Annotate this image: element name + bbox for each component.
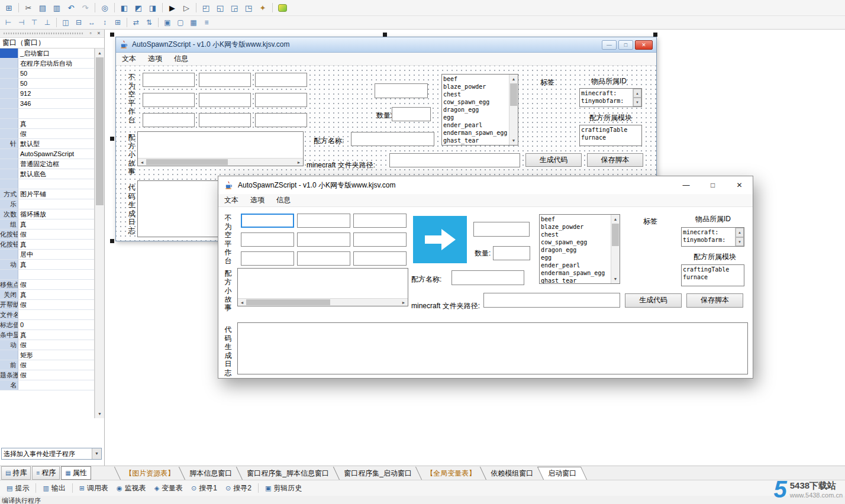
- scroll-down-icon[interactable]: ▼: [611, 274, 620, 283]
- grid-toggle-icon[interactable]: ▦: [188, 18, 199, 28]
- maximize-button[interactable]: □: [699, 176, 726, 194]
- property-value[interactable]: 默认底色: [18, 169, 94, 179]
- property-row[interactable]: 题条激活假: [0, 370, 94, 380]
- scroll-right-icon[interactable]: ►: [295, 159, 303, 166]
- event-handler-combo[interactable]: 选择加入事件处理子程序 ▼: [1, 448, 102, 460]
- list-item[interactable]: egg: [541, 254, 609, 261]
- same-height-icon[interactable]: ↕: [99, 18, 111, 28]
- property-value[interactable]: 假: [18, 280, 94, 289]
- redo-icon[interactable]: ↷: [79, 2, 92, 14]
- property-row[interactable]: 乐: [0, 199, 94, 209]
- window-restore-icon[interactable]: ◰: [199, 2, 212, 14]
- bottom-tool-1[interactable]: ▤提示: [2, 483, 33, 493]
- spinner[interactable]: ▲▼: [633, 89, 641, 106]
- scrollbar-track[interactable]: [246, 299, 399, 306]
- list-item[interactable]: egg: [443, 114, 508, 121]
- menu-item-3[interactable]: 信息: [168, 53, 194, 65]
- property-row[interactable]: 在程序启动后自动: [0, 59, 94, 69]
- spinner[interactable]: ▲▼: [735, 228, 744, 246]
- craft-cell-6[interactable]: [255, 93, 307, 107]
- panel-tab-1[interactable]: ▤持库: [1, 466, 31, 480]
- window-front-icon[interactable]: ◳: [242, 2, 255, 14]
- craft-cell-4[interactable]: [143, 93, 195, 107]
- bottom-tool-2[interactable]: ▥输出: [38, 483, 69, 493]
- same-size-icon[interactable]: ⊞: [112, 18, 124, 28]
- minimize-button[interactable]: —: [673, 176, 699, 194]
- list-item[interactable]: dragon_egg: [443, 106, 508, 114]
- save-script-button[interactable]: 保存脚本: [686, 293, 743, 308]
- module-listbox[interactable]: craftingTablefurnace: [681, 264, 744, 286]
- list-item[interactable]: cow_spawn_egg: [443, 98, 508, 106]
- craft-cell-7[interactable]: [241, 251, 294, 266]
- new-window-icon[interactable]: ⊞: [2, 2, 15, 14]
- scrollbar-track[interactable]: [611, 224, 620, 274]
- property-value[interactable]: 346: [18, 99, 94, 108]
- scroll-up-icon[interactable]: ▲: [611, 215, 620, 224]
- craft-cell-1[interactable]: [143, 73, 195, 87]
- story-textarea[interactable]: ◄►: [137, 131, 304, 166]
- property-value[interactable]: 居中: [18, 250, 94, 259]
- result-item-field[interactable]: [375, 83, 428, 98]
- property-value[interactable]: 循环播放: [18, 209, 94, 219]
- list-item[interactable]: furnace: [581, 134, 640, 141]
- list-item[interactable]: beef: [443, 75, 508, 83]
- menu-item-1[interactable]: 文本: [116, 53, 142, 65]
- craft-cell-2[interactable]: [199, 73, 251, 87]
- list-item[interactable]: ghast_tear: [541, 277, 609, 283]
- app-titlebar[interactable]: AutoSpawnZScript - v1.0 小K网专版www.kjsv.co…: [218, 176, 753, 194]
- property-row[interactable]: 关闭真: [0, 290, 94, 300]
- layout-right-icon[interactable]: ◨: [146, 2, 159, 14]
- craft-cell-7[interactable]: [143, 113, 195, 127]
- scrollbar-track[interactable]: [509, 83, 518, 136]
- generate-code-button[interactable]: 生成代码: [525, 153, 582, 167]
- property-value[interactable]: [18, 179, 94, 189]
- craft-cell-4[interactable]: [241, 232, 294, 247]
- property-value[interactable]: 矩形: [18, 350, 94, 360]
- property-value[interactable]: 假: [18, 300, 94, 309]
- property-row[interactable]: 化按钮真: [0, 240, 94, 250]
- bottom-tool-8[interactable]: ▣剪辑历史: [261, 483, 306, 493]
- panel-caption[interactable]: ▫ ×: [0, 30, 104, 38]
- menu-item-3[interactable]: 信息: [270, 194, 296, 206]
- property-row[interactable]: 普通固定边框: [0, 159, 94, 169]
- designer-titlebar[interactable]: AutoSpawnZScript - v1.0 小K网专版www.kjsv.co…: [116, 37, 656, 53]
- property-value[interactable]: 默认型: [18, 139, 94, 148]
- property-row[interactable]: 动真: [0, 260, 94, 270]
- property-value[interactable]: 50: [18, 79, 94, 88]
- horizontal-scrollbar[interactable]: ◄►: [138, 158, 303, 166]
- scroll-right-icon[interactable]: ►: [399, 299, 408, 306]
- paste-icon[interactable]: ▥: [50, 2, 63, 14]
- property-row[interactable]: 名: [0, 380, 94, 390]
- copy-icon[interactable]: ▤: [36, 2, 49, 14]
- scroll-down-icon[interactable]: ▼: [509, 136, 518, 145]
- craft-cell-3[interactable]: [255, 73, 307, 87]
- list-item[interactable]: enderman_spawn_egg: [443, 129, 508, 137]
- property-value[interactable]: 50: [18, 69, 94, 78]
- property-value[interactable]: 假: [18, 370, 94, 380]
- vertical-scrollbar[interactable]: ▲▼: [95, 49, 104, 418]
- list-item[interactable]: minecraft:: [683, 228, 734, 236]
- property-value[interactable]: [18, 380, 94, 390]
- craft-cell-6[interactable]: [353, 232, 407, 247]
- list-item[interactable]: chest: [443, 91, 508, 98]
- property-value[interactable]: 真: [18, 290, 94, 299]
- bottom-tool-5[interactable]: ◈变量表: [150, 483, 187, 493]
- property-row[interactable]: 化按钮假: [0, 230, 94, 240]
- module-listbox[interactable]: craftingTablefurnace: [579, 125, 642, 146]
- property-row[interactable]: 前假: [0, 360, 94, 370]
- craft-cell-1[interactable]: [241, 214, 294, 228]
- align-left-icon[interactable]: ⊢: [2, 18, 14, 28]
- space-down-icon[interactable]: ⇅: [143, 18, 155, 28]
- craft-cell-5[interactable]: [297, 232, 350, 247]
- property-value[interactable]: 真: [18, 119, 94, 128]
- property-row[interactable]: _启动窗口: [0, 49, 94, 59]
- property-row[interactable]: 默认底色: [0, 169, 94, 179]
- arrow-button[interactable]: [413, 216, 467, 263]
- panel-close-icon[interactable]: ×: [95, 30, 103, 37]
- property-row[interactable]: [0, 270, 94, 280]
- property-value[interactable]: 912: [18, 89, 94, 98]
- item-id-listbox[interactable]: minecraft:tinymobfarm: ▲▼: [681, 227, 744, 247]
- scroll-down-icon[interactable]: ▼: [95, 409, 104, 418]
- bring-front-icon[interactable]: ▣: [162, 18, 173, 28]
- list-item[interactable]: dragon_egg: [541, 246, 609, 254]
